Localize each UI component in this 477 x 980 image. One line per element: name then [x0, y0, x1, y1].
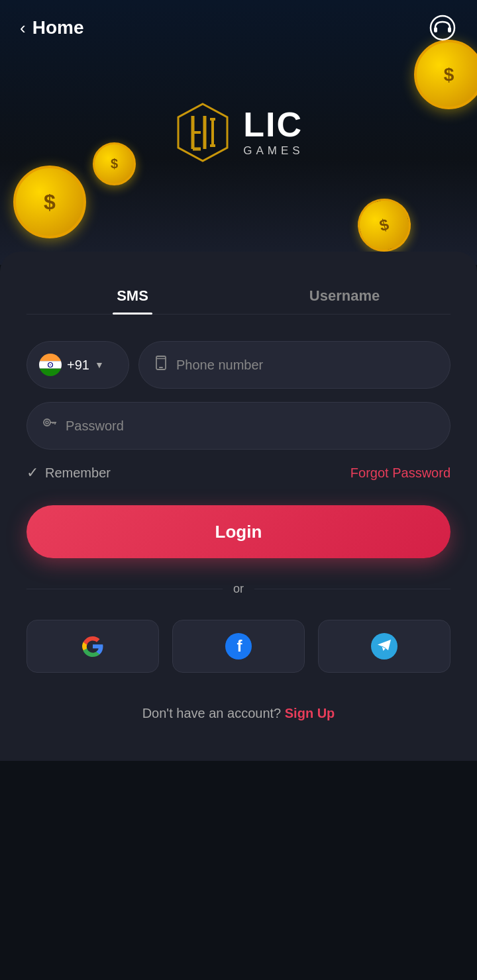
divider-line-right	[254, 589, 450, 589]
form-section: SMS Username +91 ▼	[0, 252, 477, 761]
tab-username[interactable]: Username	[238, 278, 450, 314]
remember-label: Remember	[45, 466, 111, 481]
coin-decoration-2: $	[93, 142, 136, 185]
facebook-login-button[interactable]: f	[172, 620, 305, 673]
facebook-f-letter: f	[237, 637, 242, 656]
phone-icon	[154, 356, 168, 374]
facebook-icon: f	[225, 633, 252, 660]
svg-point-0	[431, 16, 454, 40]
logo-text: LIC GAMES	[243, 107, 303, 158]
support-button[interactable]	[428, 13, 457, 42]
divider-line-left	[26, 589, 223, 589]
signup-prompt: Don't have an account?	[142, 706, 282, 720]
coin-decoration-4: $	[352, 193, 417, 258]
header: ‹ Home	[0, 0, 477, 56]
svg-rect-11	[39, 354, 62, 361]
telegram-icon	[371, 633, 398, 660]
country-code: +91	[67, 358, 89, 373]
phone-input[interactable]	[176, 358, 435, 373]
key-icon	[42, 416, 58, 436]
phone-input-wrapper	[138, 341, 450, 389]
phone-row: +91 ▼	[26, 341, 450, 389]
password-wrapper	[26, 402, 450, 450]
logo-container: LIC GAMES	[173, 103, 303, 162]
forgot-password-link[interactable]: Forgot Password	[350, 466, 450, 481]
social-row: f	[26, 620, 450, 673]
svg-rect-1	[434, 27, 437, 32]
divider: or	[26, 582, 450, 596]
remember-left: ✓ Remember	[26, 464, 111, 481]
chevron-down-icon: ▼	[95, 360, 104, 370]
coin-decoration-1: $	[13, 166, 86, 238]
signup-link[interactable]: Sign Up	[285, 706, 335, 720]
google-login-button[interactable]	[26, 620, 159, 673]
logo-subtitle: GAMES	[243, 144, 303, 158]
divider-text: or	[233, 582, 244, 596]
svg-point-20	[46, 421, 48, 424]
svg-rect-2	[448, 27, 451, 32]
telegram-login-button[interactable]	[318, 620, 450, 673]
svg-rect-17	[159, 367, 163, 368]
svg-point-15	[50, 364, 51, 366]
logo-name: LIC	[243, 107, 303, 142]
back-button[interactable]: ‹	[20, 18, 26, 38]
india-flag	[39, 354, 62, 376]
signup-row: Don't have an account? Sign Up	[26, 706, 450, 721]
logo-icon	[173, 103, 233, 162]
svg-point-19	[44, 419, 50, 426]
password-input[interactable]	[66, 418, 435, 434]
header-left: ‹ Home	[20, 17, 83, 38]
login-tabs: SMS Username	[26, 278, 450, 315]
page-title: Home	[32, 17, 84, 38]
login-button[interactable]: Login	[26, 505, 450, 558]
country-selector[interactable]: +91 ▼	[26, 341, 129, 389]
tab-sms[interactable]: SMS	[26, 278, 238, 314]
svg-rect-13	[39, 369, 62, 376]
svg-marker-3	[178, 104, 227, 161]
remember-row: ✓ Remember Forgot Password	[26, 464, 450, 481]
check-icon[interactable]: ✓	[26, 464, 38, 481]
